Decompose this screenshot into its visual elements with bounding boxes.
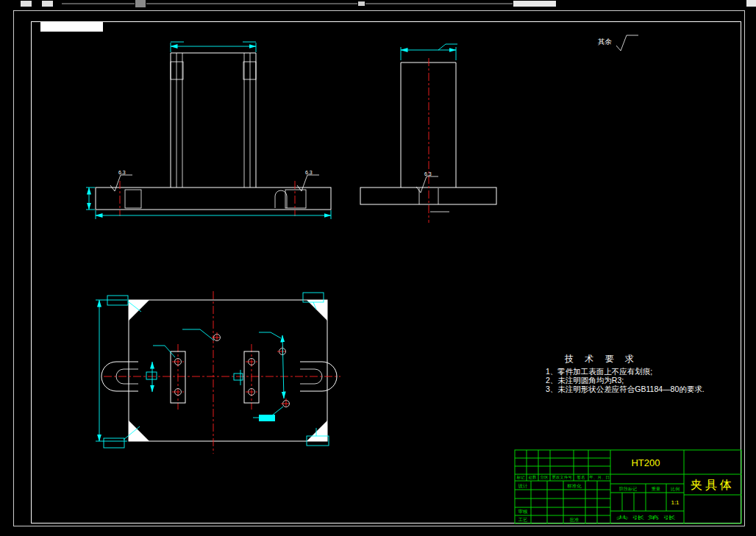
roughness-symbol: 6.3 <box>297 170 319 191</box>
window-chrome-fragments <box>21 0 756 7</box>
corner-chamfer <box>307 300 327 321</box>
revision-header-cell: 更改文件号 <box>552 475 572 479</box>
weight-label: 重量 <box>651 486 660 491</box>
sheet-frame <box>14 11 745 526</box>
revision-header-cell: 标记 <box>516 475 526 480</box>
dim-text-block <box>259 415 275 421</box>
top-left-label-box <box>40 21 103 32</box>
title-block: 标记 处数 分区 更改文件号 签名 年、月、日 设计 标准化 审核 工艺 批准 … <box>515 450 741 524</box>
sheet-count-label: 共 张 第 张 <box>616 515 676 521</box>
dim-label-box <box>107 296 128 305</box>
tech-requirement-item: 2、未注明圆角均为R3; <box>546 376 752 385</box>
material-value: HT200 <box>631 457 660 468</box>
standardization-label: 标准化 <box>566 483 582 489</box>
revision-header-cell: 签名 <box>577 475 585 480</box>
roughness-symbol: 6.3 <box>110 170 132 191</box>
corner-chamfer <box>129 421 149 441</box>
hatched-boss <box>243 62 256 79</box>
front-view <box>86 42 331 219</box>
part-name: 夹具体 <box>691 479 735 491</box>
chrome-button[interactable] <box>21 1 32 7</box>
column-outline <box>401 62 456 187</box>
dim-label-box <box>104 438 124 448</box>
plan-view <box>96 291 340 454</box>
tech-requirement-item: 3、未注明形状公差应符合GB1184—80的要求. <box>546 385 752 393</box>
outer-border <box>14 11 745 526</box>
design-label: 设计 <box>518 483 529 488</box>
hatched-section <box>125 190 141 208</box>
chrome-button[interactable] <box>135 0 146 7</box>
dim-label-box <box>146 372 157 379</box>
base-plate-outline <box>360 187 496 204</box>
chrome-button[interactable] <box>358 1 365 6</box>
revision-header-cell: 处数 <box>529 475 538 480</box>
cad-window: 6.3 6.3 6.3 <box>0 0 756 536</box>
hatched-section <box>285 190 306 208</box>
dimension-leader <box>182 329 214 340</box>
stage-label: 阶段标记 <box>619 486 637 492</box>
approve-label: 批准 <box>570 517 580 523</box>
chrome-titlebar-fragment[interactable] <box>513 1 556 7</box>
tech-requirement-item: 1、零件加工表面上不应有划痕; <box>546 367 752 376</box>
base-plate-outline <box>96 187 331 210</box>
roughness-value: 6.3 <box>118 170 126 175</box>
revision-header-cell: 年、月、日 <box>589 475 610 480</box>
inner-border <box>32 22 741 524</box>
roughness-symbol: 6.3 <box>416 171 438 193</box>
plate-outline <box>129 300 327 441</box>
dim-label-box <box>234 374 243 380</box>
chrome-close-button[interactable] <box>746 0 756 7</box>
surface-default-note: 其余 <box>598 37 612 47</box>
process-label: 工艺 <box>518 517 529 522</box>
scale-label: 比例 <box>671 487 680 492</box>
dimension-line <box>282 335 284 399</box>
cad-canvas: 6.3 6.3 6.3 <box>0 0 756 536</box>
roughness-value: 6.3 <box>305 170 313 175</box>
default-roughness-symbol <box>616 35 638 51</box>
corner-chamfer <box>307 421 327 441</box>
dimension-leader <box>438 44 457 50</box>
hatched-boss <box>171 62 183 79</box>
chrome-button[interactable] <box>42 1 53 7</box>
technical-requirements: 技 术 要 求 1、零件加工表面上不应有划痕; 2、未注明圆角均为R3; 3、未… <box>546 354 752 393</box>
revision-header-cell: 分区 <box>541 475 549 479</box>
scale-value: 1:1 <box>671 499 680 506</box>
review-label: 审核 <box>518 509 529 514</box>
roughness-value: 6.3 <box>424 171 432 176</box>
dimension-leader <box>259 332 281 338</box>
side-view <box>360 44 496 223</box>
tech-requirements-title: 技 术 要 求 <box>565 354 752 363</box>
